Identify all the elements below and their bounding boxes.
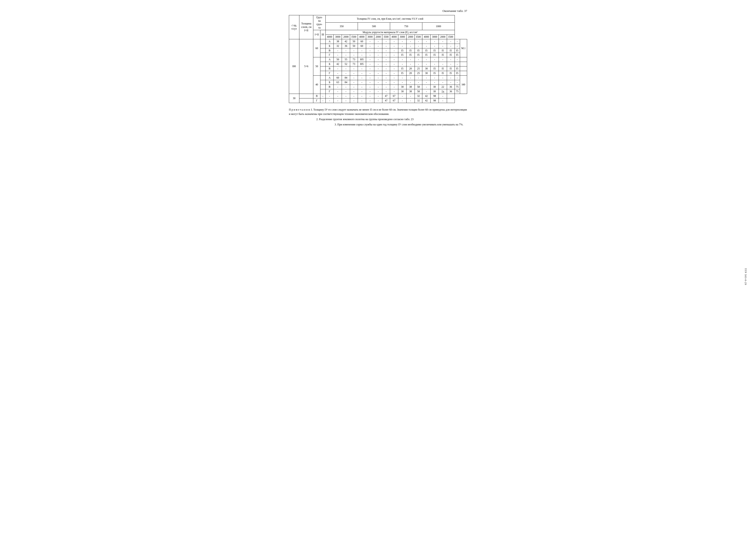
layers-cell: 5+6 bbox=[299, 39, 313, 94]
nat-cell: I00 bbox=[289, 39, 299, 94]
group-A-40: А bbox=[326, 76, 334, 80]
table-row: 50 А 50 55 73 I05 - - - - - - - - - - - … bbox=[289, 57, 467, 62]
mod-3000-3: 3000 bbox=[398, 34, 406, 39]
notes-section: П р и м е ч а н и я: I. Толщину IУ-го сл… bbox=[289, 107, 467, 127]
mod-3000-4: 3000 bbox=[430, 34, 439, 39]
mod-4000-1: 4000 bbox=[326, 34, 334, 39]
group-B-40: Б bbox=[326, 80, 334, 85]
group-G-60: Г bbox=[326, 53, 334, 57]
mod-1500-3: I500 bbox=[415, 34, 422, 39]
mod-2000-4: 2000 bbox=[439, 34, 447, 39]
col-1000: 1000 bbox=[422, 23, 455, 30]
group-G-40: Г bbox=[326, 89, 334, 94]
table-row: 30 В - - - - - - - - 47 67 - - 32 42 98 … bbox=[289, 94, 467, 98]
col-modulus-label: Модуль упругости материала IV слоя (E), … bbox=[326, 30, 455, 34]
note-intro: П р и м е ч а н и я: I. Толщину IУ-го сл… bbox=[289, 107, 467, 116]
group-V-30: В bbox=[313, 94, 320, 98]
note-2: 2. Разделение грунтов земляного полотна … bbox=[289, 117, 467, 122]
mod-4000-4: 4000 bbox=[422, 34, 430, 39]
table-wrapper: √ пр,т/сут Толщинаслоев, смI+II Груп-паг… bbox=[289, 15, 467, 103]
mod-3000-1: 3000 bbox=[334, 34, 342, 39]
table-row: I00 5+6 60 А 38 42 50 60 - - - - - - - -… bbox=[289, 39, 467, 44]
col-layers: Толщинаслоев, смI+II bbox=[299, 15, 313, 39]
mod-2000-3: 2000 bbox=[406, 34, 415, 39]
thick-50: 50 bbox=[313, 57, 320, 76]
group-B-50: Б bbox=[326, 62, 334, 67]
note-m1: М.1 bbox=[460, 39, 467, 57]
group-A-60: А bbox=[326, 39, 334, 44]
mod-3000-2: 3000 bbox=[366, 34, 374, 39]
col-i-ii: I+II bbox=[313, 30, 320, 39]
col-350: 350 bbox=[326, 23, 358, 30]
mod-1500-4: I500 bbox=[447, 34, 455, 39]
table-row: 40 А 60 84 - - - - - - - - - - - - - - І… bbox=[289, 76, 467, 80]
page-header: Окончание табл. 37 bbox=[289, 9, 467, 13]
col-group-header: Груп-пагрун-та bbox=[313, 15, 326, 30]
col-500: 500 bbox=[358, 23, 390, 30]
thick-40: 40 bbox=[313, 76, 320, 94]
mod-2000-2: 2000 bbox=[374, 34, 382, 39]
table-row: Г - - - - - - - - 47 67 - - 32 42 98 - bbox=[289, 98, 467, 103]
col-iii: III bbox=[320, 30, 326, 39]
thick-60: 60 bbox=[313, 39, 320, 57]
group-A-50: А bbox=[326, 57, 334, 62]
mod-4000-3: 4000 bbox=[390, 34, 398, 39]
group-V-50: В bbox=[326, 67, 334, 71]
col-nat: √ пр,т/сут bbox=[289, 15, 299, 39]
note-3: 3. При изменении сорна службы на один го… bbox=[289, 123, 467, 127]
group-V-60: В bbox=[326, 48, 334, 53]
mod-4000-2: 4000 bbox=[358, 34, 366, 39]
col-750: 750 bbox=[390, 23, 422, 30]
group-G-50: Г bbox=[326, 71, 334, 76]
main-table: √ пр,т/сут Толщинаслоев, смI+II Груп-паг… bbox=[289, 15, 467, 103]
group-V-40: В bbox=[326, 85, 334, 89]
mod-1500-2: I500 bbox=[382, 34, 390, 39]
col-main-header: Толщина IV слоя, см, при Еэкв, кгс/см², … bbox=[326, 15, 455, 23]
group-G-30: Г bbox=[313, 98, 320, 103]
mod-1500-1: I500 bbox=[350, 34, 358, 39]
thick-30: 30 bbox=[289, 94, 299, 103]
mod-2000-1: 2000 bbox=[342, 34, 350, 39]
group-B-60: Б bbox=[326, 44, 334, 48]
note-149: І49 bbox=[460, 76, 467, 94]
